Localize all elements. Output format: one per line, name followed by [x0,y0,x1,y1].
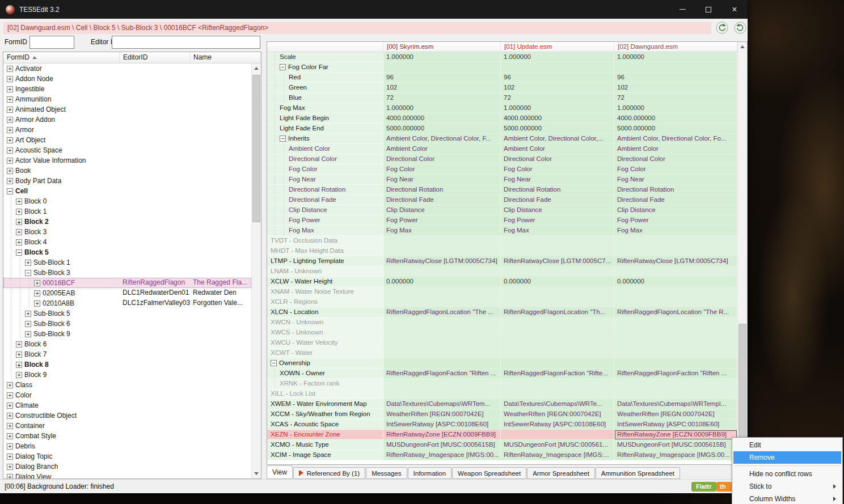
tab-referenced-by-1[interactable]: Referenced By (1) [293,467,365,479]
tree-row-sub-block-5[interactable]: +Sub-Block 5 [3,308,251,319]
expand-icon[interactable]: + [7,147,13,154]
detail-cell[interactable]: Fog Max [614,226,737,236]
detail-row-fog-max[interactable]: Fog Max1.0000001.0000001.000000 [267,103,737,113]
nav-back-button[interactable] [716,22,728,34]
detail-cell[interactable] [501,379,614,389]
detail-cell[interactable]: 1.000000 [501,103,614,113]
detail-row-mhdt-max-height-data[interactable]: MHDT - Max Height Data [267,246,737,256]
detail-row-xcim-image-space[interactable]: XCIM - Image SpaceRiftenRatway_Imagespac… [267,450,737,460]
detail-cell[interactable]: Directional Color [614,154,737,164]
detail-cell[interactable]: Directional Rotation [383,185,501,195]
detail-row-directional-color[interactable]: Directional ColorDirectional ColorDirect… [267,154,737,164]
detail-cell[interactable]: RiftenRaggedFlagonFaction "Riften ... [614,369,737,379]
detail-row-light-fade-begin[interactable]: Light Fade Begin4000.0000004000.00000040… [267,113,737,124]
detail-cell[interactable]: Directional Rotation [501,185,614,195]
detail-cell[interactable]: Ambient Color, Directional Color,... [501,134,614,144]
detail-cell[interactable]: Fog Color [383,164,501,175]
detail-cell[interactable]: 1.000000 [614,103,737,113]
tree-row-02010a8b[interactable]: +02010A8BDLC1zFalmerValley03Forgotten Va… [3,298,251,308]
scroll-up-button[interactable] [738,42,747,52]
detail-row-light-fade-end[interactable]: Light Fade End5000.0000005000.0000005000… [267,124,737,134]
collapse-icon[interactable]: − [280,64,286,70]
tree-row-block-5[interactable]: −Block 5 [3,247,251,257]
collapse-icon[interactable]: − [271,360,277,366]
tree-row-02005eab[interactable]: +02005EABDLC1RedwaterDen01Redwater Den [3,288,251,298]
detail-cell[interactable]: Ambient Color, Directional Color, F... [383,134,501,144]
detail-cell[interactable] [383,379,501,389]
detail-row-xwcu-water-velocity[interactable]: XWCU - Water Velocity [267,338,737,348]
detail-cell[interactable] [614,297,737,307]
detail-cell[interactable] [501,430,614,440]
expand-icon[interactable]: + [7,382,13,388]
detail-cell[interactable] [501,287,614,297]
tree-row-dialog-topic[interactable]: +Dialog Topic [3,451,251,461]
detail-cell[interactable] [501,236,614,246]
detail-cell[interactable]: MUSDungeonFort [MUSC:000561... [501,440,614,450]
detail-cell[interactable]: Directional Color [501,154,614,164]
tree-row-dialog-branch[interactable]: +Dialog Branch [3,461,251,472]
detail-cell[interactable]: 5000.000000 [383,124,501,134]
detail-cell[interactable]: 96 [383,73,501,83]
detail-cell[interactable]: Directional Rotation [614,185,737,195]
detail-cell[interactable]: 72 [383,93,501,103]
expand-icon[interactable]: + [16,351,22,358]
detail-row-xrnk-faction-rank[interactable]: XRNK - Faction rank [267,379,737,389]
detail-cell[interactable]: Ambient Color, Directional Color, Fo... [614,134,737,144]
expand-icon[interactable]: + [25,331,31,337]
detail-cell[interactable]: RiftenRatwayZone [ECZN:0009FBB9] [383,430,501,440]
expand-icon[interactable]: + [7,127,13,133]
detail-cell[interactable]: 4000.000000 [383,113,501,124]
detail-cell[interactable]: RiftenRaggedFlagonFaction "Riften ... [383,369,501,379]
tree-row-sub-block-1[interactable]: +Sub-Block 1 [3,257,251,268]
tree-row-art-object[interactable]: +Art Object [3,135,251,145]
tree-row-armor[interactable]: +Armor [3,125,251,135]
tree-row-constructible-object[interactable]: +Constructible Object [3,410,251,421]
collapse-icon[interactable]: − [7,188,13,194]
column-header-editorid[interactable]: EditorID [120,52,190,63]
detail-cell[interactable]: MUSDungeonFort [MUSC:0005615B] [614,440,737,450]
detail-cell[interactable] [383,266,501,277]
expand-icon[interactable]: + [7,86,13,92]
detail-row-fog-color-far[interactable]: −Fog Color Far [267,62,737,73]
menu-item-remove[interactable]: Remove [733,451,841,464]
detail-cell[interactable] [614,348,737,358]
expand-icon[interactable]: + [7,107,13,113]
detail-row-xclr-regions[interactable]: XCLR - Regions [267,297,737,307]
detail-cell[interactable]: Data\Textures\Cubemaps\WRTempl... [614,399,737,409]
nav-forward-button[interactable] [734,22,746,34]
tree-row-body-part-data[interactable]: +Body Part Data [3,176,251,186]
detail-cell[interactable]: 96 [501,73,614,83]
detail-cell[interactable]: 5000.000000 [501,124,614,134]
tree-row-armor-addon[interactable]: +Armor Addon [3,115,251,125]
detail-row-clip-distance[interactable]: Clip DistanceClip DistanceClip DistanceC… [267,205,737,215]
detail-cell[interactable]: 96 [614,73,737,83]
expand-icon[interactable]: + [7,392,13,399]
detail-row-red[interactable]: Red969696 [267,73,737,83]
tree-row-block-7[interactable]: +Block 7 [3,349,251,359]
detail-row-blue[interactable]: Blue727272 [267,93,737,103]
detail-cell[interactable] [614,328,737,338]
detail-row-xclw-water-height[interactable]: XCLW - Water Height0.0000000.0000000.000… [267,277,737,287]
detail-cell[interactable]: 5000.000000 [614,124,737,134]
tree-row-block-4[interactable]: +Block 4 [3,237,251,247]
detail-cell[interactable] [383,328,501,338]
scroll-down-button[interactable] [252,469,261,478]
detail-cell[interactable] [614,236,737,246]
detail-row-xcmo-music-type[interactable]: XCMO - Music TypeMUSDungeonFort [MUSC:00… [267,440,737,450]
detail-cell[interactable]: RiftenRatway_Imagespace [IMGS:... [501,450,614,460]
detail-cell[interactable]: 102 [614,83,737,93]
detail-row-ambient-color[interactable]: Ambient ColorAmbient ColorAmbient ColorA… [267,144,737,154]
detail-cell[interactable]: WeatherRiften [REGN:0007042E] [501,409,614,420]
detail-cell[interactable]: Ambient Color [614,144,737,154]
detail-cell[interactable]: Fog Power [501,215,614,226]
close-button[interactable]: × [721,0,748,19]
detail-cell[interactable]: Fog Near [614,175,737,185]
detail-cell[interactable]: RiftenRatway_Imagespace [IMGS:00... [383,450,501,460]
detail-cell[interactable]: 1.000000 [383,52,501,62]
detail-cell[interactable]: Directional Color [383,154,501,164]
titlebar[interactable]: TES5Edit 3.2 × [0,0,748,19]
tree-row-dialog-view[interactable]: +Dialog View [3,472,251,478]
expand-icon[interactable]: + [7,443,13,450]
detail-cell[interactable] [614,317,737,328]
tree-row-acoustic-space[interactable]: +Acoustic Space [3,145,251,155]
